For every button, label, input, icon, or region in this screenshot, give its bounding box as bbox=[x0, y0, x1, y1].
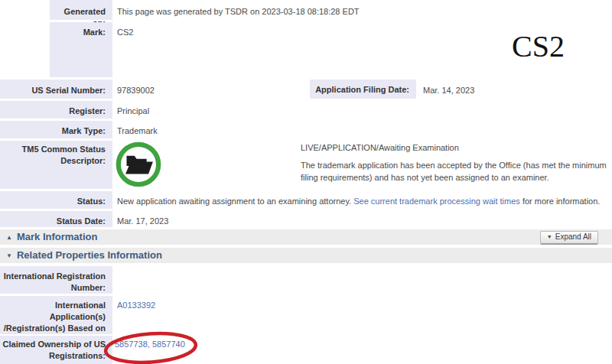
triangle-down-icon: ▼ bbox=[6, 249, 12, 264]
mark-label: Mark: bbox=[50, 22, 112, 77]
claimed-ownership-value-cell: 5857738, 5857740 bbox=[112, 336, 612, 364]
register-row: Register: Principal bbox=[0, 101, 612, 119]
status-text-after-link: for more information. bbox=[520, 197, 601, 206]
intl-registration-number-label: International Registration Number: bbox=[0, 266, 112, 294]
mark-type-value: Trademark bbox=[112, 121, 612, 138]
intl-application-row: International Application(s) /Registrati… bbox=[0, 296, 612, 334]
status-text-before-link: New application awaiting assignment to a… bbox=[117, 197, 353, 206]
tm5-descriptor-label: TM5 Common Status Descriptor: bbox=[0, 141, 112, 189]
status-date-label: Status Date: bbox=[0, 211, 112, 227]
tm5-status-code: LIVE/APPLICATION/Awaiting Examination bbox=[301, 142, 608, 154]
related-properties-title: Related Properties Information bbox=[17, 248, 162, 263]
status-label: Status: bbox=[0, 191, 112, 209]
generated-on-label: Generated on: bbox=[50, 0, 112, 20]
intl-application-label: International Application(s) /Registrati… bbox=[0, 296, 112, 334]
intl-app-label-line1: International Application(s) bbox=[0, 300, 106, 323]
triangle-down-icon: ▼ bbox=[547, 234, 552, 239]
generated-on-value: This page was generated by TSDR on 2023-… bbox=[112, 0, 612, 20]
section-header-mark-information[interactable]: ▲Mark Information ▼Expand All bbox=[0, 229, 612, 245]
processing-wait-times-link[interactable]: See current trademark processing wait ti… bbox=[353, 197, 520, 206]
expand-all-button[interactable]: ▼Expand All bbox=[540, 231, 598, 245]
register-label: Register: bbox=[0, 101, 112, 119]
mark-type-label: Mark Type: bbox=[0, 121, 112, 138]
intl-reg-label-line2: Number: bbox=[0, 282, 106, 294]
claimed-ownership-label-line2: Registrations: bbox=[0, 350, 106, 362]
application-filing-date-value: Mar. 14, 2023 bbox=[418, 80, 612, 99]
triangle-up-icon: ▲ bbox=[6, 230, 12, 245]
application-filing-date-label: Application Filing Date: bbox=[310, 80, 416, 99]
tm5-descriptor-value-cell: LIVE/APPLICATION/Awaiting Examination Th… bbox=[112, 141, 612, 189]
status-row: Status: New application awaiting assignm… bbox=[0, 191, 612, 209]
register-value: Principal bbox=[112, 101, 612, 119]
mark-information-title: Mark Information bbox=[17, 229, 97, 245]
claimed-ownership-label: Claimed Ownership of US Registrations: bbox=[0, 336, 112, 364]
expand-all-label: Expand All bbox=[555, 232, 591, 241]
tm5-descriptor-row: TM5 Common Status Descriptor: LIVE/APPLI… bbox=[0, 141, 612, 189]
status-date-row: Status Date: Mar. 17, 2023 bbox=[0, 211, 612, 227]
open-folder-green-circle-icon bbox=[115, 141, 162, 188]
claimed-ownership-registrations-link[interactable]: 5857738, 5857740 bbox=[115, 340, 185, 349]
us-serial-number-value: 97839002 bbox=[112, 80, 310, 99]
intl-registration-number-value bbox=[112, 266, 612, 294]
status-date-value: Mar. 17, 2023 bbox=[112, 211, 612, 227]
tm5-label-line1: TM5 Common Status bbox=[0, 144, 106, 155]
tm5-text-block: LIVE/APPLICATION/Awaiting Examination Th… bbox=[301, 141, 608, 189]
us-serial-number-label: US Serial Number: bbox=[0, 80, 112, 99]
intl-registration-number-row: International Registration Number: bbox=[0, 266, 612, 294]
status-value: New application awaiting assignment to a… bbox=[112, 191, 612, 209]
mark-type-row: Mark Type: Trademark bbox=[0, 121, 612, 138]
mark-value-cell: CS2 CS2 bbox=[112, 22, 612, 77]
claimed-ownership-label-line1: Claimed Ownership of US bbox=[0, 339, 106, 350]
mark-row: Mark: CS2 CS2 bbox=[0, 22, 612, 77]
claimed-ownership-row: Claimed Ownership of US Registrations: 5… bbox=[0, 336, 612, 364]
section-header-related-properties[interactable]: ▼Related Properties Information bbox=[0, 248, 612, 263]
intl-application-value-cell: A0133392 bbox=[112, 296, 612, 334]
intl-application-number-link[interactable]: A0133392 bbox=[117, 301, 155, 310]
intl-reg-label-line1: International Registration bbox=[0, 271, 106, 282]
generated-on-row: Generated on: This page was generated by… bbox=[0, 0, 612, 20]
tsdr-status-page: Generated on: This page was generated by… bbox=[0, 0, 612, 364]
intl-app-label-line2: /Registration(s) Based on bbox=[0, 323, 106, 334]
mark-drawing-image: CS2 bbox=[512, 31, 565, 62]
tm5-label-line2: Descriptor: bbox=[0, 155, 106, 167]
serial-filing-row: US Serial Number: 97839002 Application F… bbox=[0, 80, 612, 99]
tm5-status-description: The trademark application has been accep… bbox=[301, 159, 608, 184]
